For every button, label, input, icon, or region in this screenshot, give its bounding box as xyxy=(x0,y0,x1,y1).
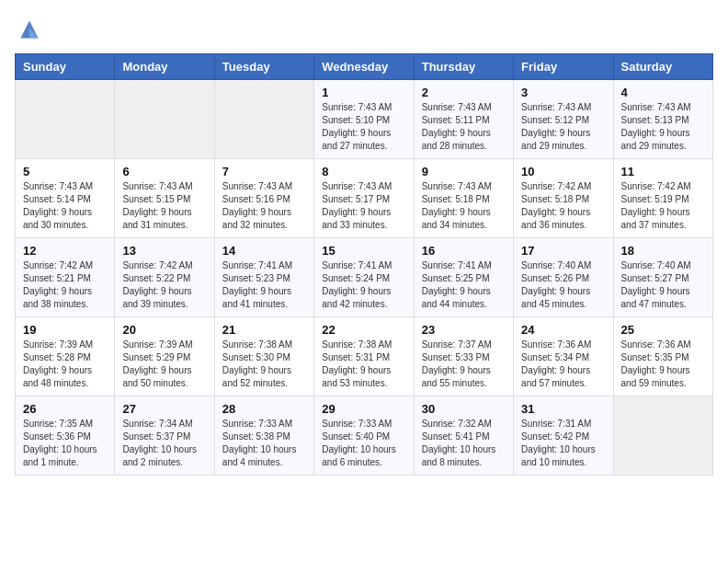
day-cell: 25Sunrise: 7:36 AM Sunset: 5:35 PM Dayli… xyxy=(613,317,712,396)
day-number: 29 xyxy=(322,402,405,416)
day-info: Sunrise: 7:36 AM Sunset: 5:34 PM Dayligh… xyxy=(521,339,605,390)
day-cell: 5Sunrise: 7:43 AM Sunset: 5:14 PM Daylig… xyxy=(16,159,115,238)
day-number: 25 xyxy=(621,323,705,337)
day-info: Sunrise: 7:43 AM Sunset: 5:16 PM Dayligh… xyxy=(222,180,306,232)
day-cell: 7Sunrise: 7:43 AM Sunset: 5:16 PM Daylig… xyxy=(214,159,313,238)
day-cell: 14Sunrise: 7:41 AM Sunset: 5:23 PM Dayli… xyxy=(214,238,313,317)
week-row-3: 12Sunrise: 7:42 AM Sunset: 5:21 PM Dayli… xyxy=(16,238,713,317)
day-number: 28 xyxy=(222,402,306,416)
day-info: Sunrise: 7:42 AM Sunset: 5:22 PM Dayligh… xyxy=(122,259,206,311)
day-cell: 28Sunrise: 7:33 AM Sunset: 5:38 PM Dayli… xyxy=(214,396,313,476)
day-cell: 22Sunrise: 7:38 AM Sunset: 5:31 PM Dayli… xyxy=(314,317,414,396)
column-header-sunday: Sunday xyxy=(16,54,115,80)
day-info: Sunrise: 7:40 AM Sunset: 5:26 PM Dayligh… xyxy=(521,259,605,311)
day-number: 19 xyxy=(23,323,107,337)
day-cell: 4Sunrise: 7:43 AM Sunset: 5:13 PM Daylig… xyxy=(613,80,712,159)
day-info: Sunrise: 7:40 AM Sunset: 5:27 PM Dayligh… xyxy=(621,259,705,311)
day-cell: 10Sunrise: 7:42 AM Sunset: 5:18 PM Dayli… xyxy=(514,159,613,238)
day-cell: 31Sunrise: 7:31 AM Sunset: 5:42 PM Dayli… xyxy=(514,396,613,476)
day-number: 10 xyxy=(521,165,605,178)
day-info: Sunrise: 7:35 AM Sunset: 5:36 PM Dayligh… xyxy=(23,418,107,469)
column-header-friday: Friday xyxy=(514,54,613,80)
day-number: 7 xyxy=(222,165,306,178)
page-header xyxy=(15,15,713,44)
day-info: Sunrise: 7:43 AM Sunset: 5:17 PM Dayligh… xyxy=(322,180,405,232)
day-number: 2 xyxy=(422,86,506,99)
day-cell: 12Sunrise: 7:42 AM Sunset: 5:21 PM Dayli… xyxy=(16,238,115,317)
day-number: 5 xyxy=(23,165,107,178)
day-number: 27 xyxy=(122,402,206,416)
day-info: Sunrise: 7:43 AM Sunset: 5:14 PM Dayligh… xyxy=(23,180,107,232)
day-cell: 20Sunrise: 7:39 AM Sunset: 5:29 PM Dayli… xyxy=(115,317,214,396)
column-header-saturday: Saturday xyxy=(613,54,712,80)
day-cell: 11Sunrise: 7:42 AM Sunset: 5:19 PM Dayli… xyxy=(613,159,712,238)
day-cell: 24Sunrise: 7:36 AM Sunset: 5:34 PM Dayli… xyxy=(514,317,613,396)
day-info: Sunrise: 7:41 AM Sunset: 5:24 PM Dayligh… xyxy=(322,259,405,311)
column-header-tuesday: Tuesday xyxy=(214,54,313,80)
day-number: 1 xyxy=(322,86,405,99)
day-info: Sunrise: 7:38 AM Sunset: 5:31 PM Dayligh… xyxy=(322,339,405,390)
day-info: Sunrise: 7:31 AM Sunset: 5:42 PM Dayligh… xyxy=(521,418,605,469)
day-number: 30 xyxy=(422,402,506,416)
day-number: 24 xyxy=(521,323,605,337)
day-info: Sunrise: 7:43 AM Sunset: 5:13 PM Dayligh… xyxy=(621,101,705,153)
calendar-body: 1Sunrise: 7:43 AM Sunset: 5:10 PM Daylig… xyxy=(16,80,713,476)
day-info: Sunrise: 7:42 AM Sunset: 5:18 PM Dayligh… xyxy=(521,180,605,232)
day-info: Sunrise: 7:43 AM Sunset: 5:18 PM Dayligh… xyxy=(422,180,506,232)
day-number: 26 xyxy=(23,402,107,416)
day-number: 21 xyxy=(222,323,306,337)
day-cell: 15Sunrise: 7:41 AM Sunset: 5:24 PM Dayli… xyxy=(314,238,414,317)
day-number: 31 xyxy=(521,402,605,416)
day-cell: 6Sunrise: 7:43 AM Sunset: 5:15 PM Daylig… xyxy=(115,159,214,238)
day-info: Sunrise: 7:39 AM Sunset: 5:29 PM Dayligh… xyxy=(122,339,206,390)
day-number: 16 xyxy=(422,244,506,258)
day-cell: 2Sunrise: 7:43 AM Sunset: 5:11 PM Daylig… xyxy=(414,80,513,159)
day-cell xyxy=(214,80,313,159)
day-number: 17 xyxy=(521,244,605,258)
day-number: 9 xyxy=(422,165,506,178)
column-header-monday: Monday xyxy=(115,54,214,80)
day-cell: 3Sunrise: 7:43 AM Sunset: 5:12 PM Daylig… xyxy=(514,80,613,159)
day-number: 3 xyxy=(521,86,605,99)
day-cell: 26Sunrise: 7:35 AM Sunset: 5:36 PM Dayli… xyxy=(16,396,115,476)
day-number: 23 xyxy=(422,323,506,337)
day-number: 15 xyxy=(322,244,405,258)
day-number: 12 xyxy=(23,244,107,258)
day-number: 11 xyxy=(621,165,705,178)
column-header-thursday: Thursday xyxy=(414,54,513,80)
day-cell xyxy=(115,80,214,159)
day-info: Sunrise: 7:39 AM Sunset: 5:28 PM Dayligh… xyxy=(23,339,107,390)
day-cell: 16Sunrise: 7:41 AM Sunset: 5:25 PM Dayli… xyxy=(414,238,513,317)
day-info: Sunrise: 7:43 AM Sunset: 5:12 PM Dayligh… xyxy=(521,101,605,153)
day-cell: 23Sunrise: 7:37 AM Sunset: 5:33 PM Dayli… xyxy=(414,317,513,396)
logo-icon xyxy=(15,15,44,44)
day-number: 4 xyxy=(621,86,705,99)
day-cell: 17Sunrise: 7:40 AM Sunset: 5:26 PM Dayli… xyxy=(514,238,613,317)
day-info: Sunrise: 7:42 AM Sunset: 5:19 PM Dayligh… xyxy=(621,180,705,232)
day-info: Sunrise: 7:36 AM Sunset: 5:35 PM Dayligh… xyxy=(621,339,705,390)
day-number: 22 xyxy=(322,323,405,337)
calendar-header-row: SundayMondayTuesdayWednesdayThursdayFrid… xyxy=(16,54,713,80)
day-cell: 1Sunrise: 7:43 AM Sunset: 5:10 PM Daylig… xyxy=(314,80,414,159)
day-info: Sunrise: 7:43 AM Sunset: 5:10 PM Dayligh… xyxy=(322,101,405,153)
week-row-2: 5Sunrise: 7:43 AM Sunset: 5:14 PM Daylig… xyxy=(16,159,713,238)
week-row-4: 19Sunrise: 7:39 AM Sunset: 5:28 PM Dayli… xyxy=(16,317,713,396)
calendar-table: SundayMondayTuesdayWednesdayThursdayFrid… xyxy=(15,53,713,476)
day-cell: 19Sunrise: 7:39 AM Sunset: 5:28 PM Dayli… xyxy=(16,317,115,396)
logo xyxy=(15,15,48,44)
day-info: Sunrise: 7:32 AM Sunset: 5:41 PM Dayligh… xyxy=(422,418,506,469)
column-header-wednesday: Wednesday xyxy=(314,54,414,80)
day-number: 14 xyxy=(222,244,306,258)
day-cell: 18Sunrise: 7:40 AM Sunset: 5:27 PM Dayli… xyxy=(613,238,712,317)
day-cell: 27Sunrise: 7:34 AM Sunset: 5:37 PM Dayli… xyxy=(115,396,214,476)
day-number: 18 xyxy=(621,244,705,258)
day-cell: 13Sunrise: 7:42 AM Sunset: 5:22 PM Dayli… xyxy=(115,238,214,317)
day-cell xyxy=(613,396,712,476)
day-cell: 8Sunrise: 7:43 AM Sunset: 5:17 PM Daylig… xyxy=(314,159,414,238)
day-info: Sunrise: 7:33 AM Sunset: 5:38 PM Dayligh… xyxy=(222,418,306,469)
day-info: Sunrise: 7:41 AM Sunset: 5:23 PM Dayligh… xyxy=(222,259,306,311)
day-number: 20 xyxy=(122,323,206,337)
week-row-1: 1Sunrise: 7:43 AM Sunset: 5:10 PM Daylig… xyxy=(16,80,713,159)
day-info: Sunrise: 7:37 AM Sunset: 5:33 PM Dayligh… xyxy=(422,339,506,390)
day-info: Sunrise: 7:41 AM Sunset: 5:25 PM Dayligh… xyxy=(422,259,506,311)
